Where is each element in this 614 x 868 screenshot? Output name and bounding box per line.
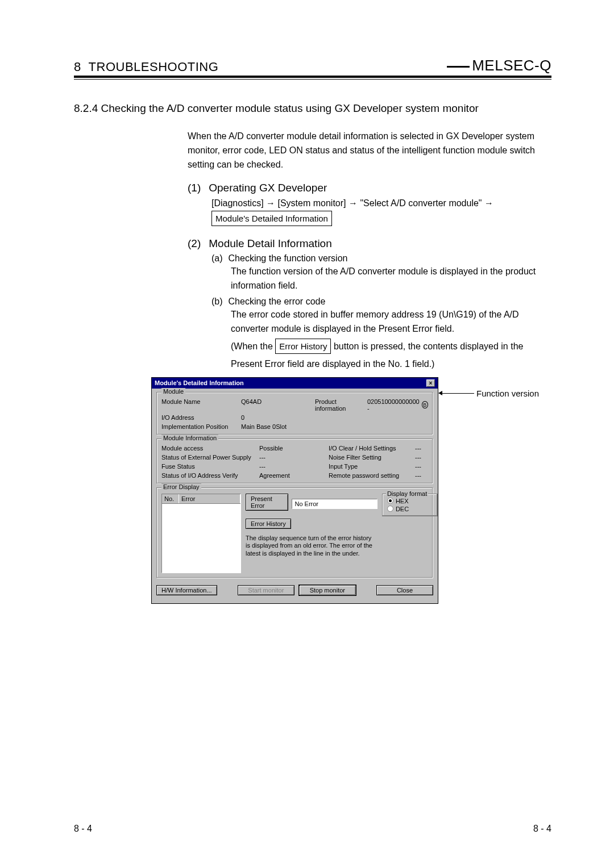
display-format-legend: Display format <box>386 490 428 497</box>
product-info-value: 020510000000000 - <box>367 398 420 412</box>
close-button[interactable]: Close <box>376 585 433 595</box>
substep-b-body1: The error code stored in buffer memory a… <box>231 308 551 336</box>
remote-value: --- <box>415 472 428 479</box>
step-1-body: [Diagnostics] → [System monitor] → "Sele… <box>211 197 551 226</box>
substep-a-label: (a) <box>211 253 223 264</box>
substep-b: (b) Checking the error code The error co… <box>211 297 551 372</box>
page-footer: 8 - 4 8 - 4 <box>74 824 551 834</box>
noise-label: Noise Filter Setting <box>329 454 414 461</box>
module-access-label: Module access <box>161 445 258 452</box>
noise-value: --- <box>415 454 428 461</box>
module-legend: Module <box>161 388 185 395</box>
function-version-circle-icon: B <box>422 401 428 408</box>
radio-hex-label: HEX <box>396 498 409 504</box>
present-error-field: No Error <box>292 499 377 509</box>
error-history-button[interactable]: Error History <box>246 519 291 529</box>
start-monitor-button[interactable]: Start monitor <box>238 585 294 595</box>
error-display-legend: Error Display <box>161 483 201 490</box>
module-detail-dialog: Module's Detailed Information × Module M… <box>151 377 438 604</box>
module-info-fieldset: Module Information Module access Possibl… <box>156 439 433 484</box>
fuse-value: --- <box>259 463 327 470</box>
error-display-fieldset: Error Display No. Error <box>156 487 433 578</box>
io-address-value: 0 <box>241 414 315 421</box>
fuse-label: Fuse Status <box>161 463 258 470</box>
error-list-column: No. Error <box>161 494 241 573</box>
dialog-titlebar: Module's Detailed Information × <box>152 378 438 389</box>
step-2: (2) Module Detail Information <box>188 237 551 250</box>
inputtype-value: --- <box>415 463 428 470</box>
brand-label: MELSEC-Q <box>447 57 551 74</box>
chapter-title: TROUBLESHOOTING <box>89 60 219 74</box>
radio-hex-icon <box>387 498 393 504</box>
error-center-column: Present Error No Error Error History The… <box>246 494 438 573</box>
step-2-number: (2) <box>188 237 201 250</box>
ioverify-value: Agreement <box>259 472 327 479</box>
function-version-label: Function version <box>476 389 539 398</box>
dialog-title-text: Module's Detailed Information <box>155 379 244 386</box>
extpwr-label: Status of External Power Supply <box>161 454 258 461</box>
module-detailed-info-button[interactable]: Module's Detailed Information <box>211 211 332 226</box>
module-access-value: Possible <box>259 445 327 452</box>
step-1: (1) Operating GX Developer [Diagnostics]… <box>188 182 551 226</box>
step-1-title: Operating GX Developer <box>209 182 327 194</box>
step-2-title: Module Detail Information <box>209 237 332 250</box>
stop-monitor-button[interactable]: Stop monitor <box>299 585 356 595</box>
extpwr-value: --- <box>259 454 327 461</box>
callout-arrow-icon <box>438 391 442 395</box>
substep-b-body3: Present Error field are displayed in the… <box>231 357 551 372</box>
error-display-note: The display sequence turn of the error h… <box>246 535 377 558</box>
step-1-number: (1) <box>188 182 201 194</box>
close-icon[interactable]: × <box>426 379 435 387</box>
substep-b-label: (b) <box>211 297 223 307</box>
product-info-label: Product information <box>315 398 361 412</box>
header-rule <box>74 79 551 80</box>
substep-a: (a) Checking the function version The fu… <box>211 253 551 293</box>
io-address-label: I/O Address <box>161 414 241 421</box>
substep-b-post: button is pressed, the contents displaye… <box>331 341 523 351</box>
chapter-heading: 8 TROUBLESHOOTING <box>74 60 218 74</box>
display-format-group: Display format HEX DEC <box>382 494 438 516</box>
hw-information-button[interactable]: H/W Information... <box>156 585 217 595</box>
function-version-callout: Function version <box>438 389 539 398</box>
dialog-wrap: Module's Detailed Information × Module M… <box>151 377 551 604</box>
page-header: 8 TROUBLESHOOTING MELSEC-Q <box>74 57 551 78</box>
remote-label: Remote password setting <box>329 472 414 479</box>
substep-a-body: The function version of the A/D converte… <box>231 265 551 293</box>
radio-hex[interactable]: HEX <box>387 498 433 504</box>
section-number: 8.2.4 <box>74 102 98 114</box>
product-info-cell: Product information 020510000000000 - B <box>315 398 428 412</box>
step-1-path: [Diagnostics] → [System monitor] → "Sele… <box>211 198 493 208</box>
error-listbox[interactable]: No. Error <box>161 494 241 573</box>
section-title: 8.2.4 Checking the A/D converter module … <box>74 102 551 115</box>
radio-dec-icon <box>387 506 393 512</box>
error-history-button-inline[interactable]: Error History <box>275 339 331 354</box>
inputtype-label: Input Type <box>329 463 414 470</box>
implementation-position-value: Main Base 0Slot <box>241 423 428 430</box>
ioclear-label: I/O Clear / Hold Settings <box>329 445 414 452</box>
present-error-button[interactable]: Present Error <box>246 494 288 511</box>
module-name-value: Q64AD <box>241 398 315 412</box>
callout-line-icon <box>442 393 474 394</box>
substep-a-title: Checking the function version <box>229 253 348 264</box>
dialog-bottom-row: H/W Information... Start monitor Stop mo… <box>156 582 433 599</box>
module-name-label: Module Name <box>161 398 241 412</box>
ioclear-value: --- <box>415 445 428 452</box>
implementation-position-label: Implementation Position <box>161 423 241 430</box>
substep-b-pre: (When the <box>231 341 275 351</box>
footer-right: 8 - 4 <box>533 824 551 834</box>
chapter-number: 8 <box>74 60 81 74</box>
substep-b-body2: (When the Error History button is presse… <box>231 339 551 354</box>
brand-bar-icon <box>447 66 470 68</box>
ioverify-label: Status of I/O Address Verify <box>161 472 258 479</box>
radio-dec[interactable]: DEC <box>387 506 433 512</box>
substep-b-title: Checking the error code <box>229 297 326 307</box>
module-info-legend: Module Information <box>161 435 218 441</box>
module-fieldset: Module Module Name Q64AD Product informa… <box>156 392 433 435</box>
footer-left: 8 - 4 <box>74 824 92 834</box>
brand-text: MELSEC-Q <box>472 57 551 74</box>
error-list-head-no: No. <box>162 494 179 503</box>
radio-dec-label: DEC <box>396 506 409 512</box>
error-list-head-err: Error <box>179 494 240 503</box>
section-heading: Checking the A/D converter module status… <box>101 102 479 114</box>
intro-paragraph: When the A/D converter module detail inf… <box>188 130 551 172</box>
